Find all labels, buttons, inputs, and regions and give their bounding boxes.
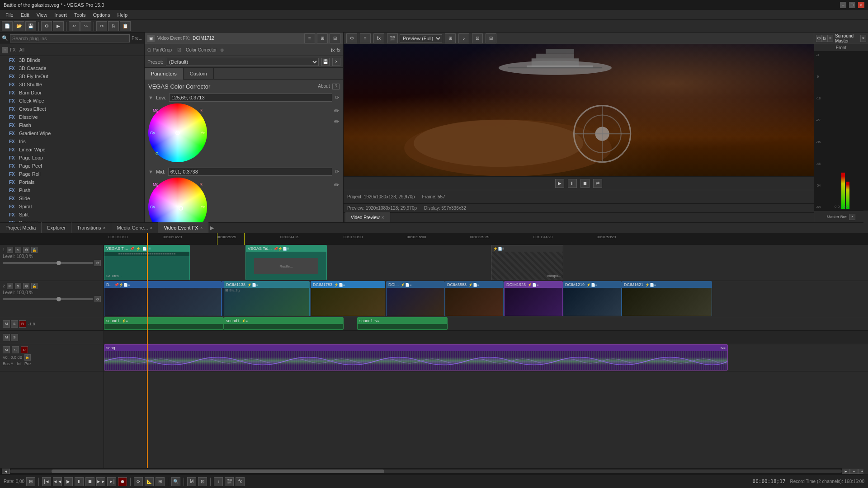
- low-reset-icon[interactable]: ⟳: [335, 94, 340, 101]
- clip-dcim1621[interactable]: DCIM1621 ⚡📄≡: [622, 281, 712, 316]
- tab-transitions[interactable]: Transitions ×: [71, 222, 111, 233]
- search-input[interactable]: [10, 34, 130, 42]
- mid-wheel-cursor[interactable]: [179, 206, 183, 211]
- list-item[interactable]: FXSlide: [0, 194, 144, 202]
- list-item[interactable]: FXPush: [0, 186, 144, 194]
- scrollbar-thumb[interactable]: [52, 469, 384, 473]
- save-btn[interactable]: 💾: [25, 21, 36, 31]
- prev-frame-btn[interactable]: ◄◄: [53, 477, 62, 486]
- song-fx-btn[interactable]: fx≡: [721, 346, 726, 350]
- ripple-btn[interactable]: ⊞: [156, 477, 165, 486]
- redo-btn[interactable]: ↪: [80, 21, 91, 31]
- minimize-btn[interactable]: –: [840, 2, 846, 8]
- list-item[interactable]: FXSpiral: [0, 202, 144, 211]
- eyedropper-1[interactable]: ✏: [334, 107, 340, 114]
- mixer-2-btn[interactable]: ⊡: [198, 477, 207, 486]
- mixer-1-btn[interactable]: M: [187, 477, 196, 486]
- clip-dcim1923[interactable]: DCIM1923 ⚡📄≡: [504, 281, 563, 316]
- clip-dcim1138[interactable]: DCIM1138 ⚡📄≡ ⊞ Bla 2g: [224, 281, 310, 316]
- menu-tools[interactable]: Tools: [71, 11, 90, 19]
- right-eq-btn[interactable]: ≡: [827, 35, 833, 42]
- song-rec-btn[interactable]: R: [21, 346, 28, 353]
- help-btn[interactable]: ?: [332, 84, 340, 89]
- tab-transitions-close[interactable]: ×: [103, 225, 106, 230]
- track-1-loop[interactable]: ⟳: [94, 260, 101, 266]
- list-item[interactable]: FXFlash: [0, 121, 144, 129]
- preview-view-btn[interactable]: ⊞: [445, 33, 456, 43]
- menu-view[interactable]: View: [33, 11, 51, 19]
- play-btn-main[interactable]: ▶: [64, 477, 73, 486]
- low-expand-icon[interactable]: ▼: [148, 95, 153, 100]
- scroll-left-btn[interactable]: ◄: [2, 469, 10, 474]
- audio-solo-btn[interactable]: S: [11, 320, 18, 328]
- preset-close-btn[interactable]: ×: [332, 58, 340, 66]
- settings-btn[interactable]: ⚙: [41, 21, 52, 31]
- pause-btn[interactable]: ⏸: [568, 179, 577, 188]
- track-2-loop[interactable]: ⟳: [94, 296, 101, 302]
- mid-expand-icon[interactable]: ▼: [148, 169, 153, 174]
- preview-ext-btn[interactable]: ⊟: [486, 33, 496, 43]
- list-item[interactable]: FXCross Effect: [0, 105, 144, 113]
- preview-fx-btn[interactable]: fx: [373, 33, 384, 43]
- track-2-mute[interactable]: M: [7, 283, 13, 289]
- loop-btn[interactable]: ⇌: [593, 179, 602, 188]
- list-item[interactable]: FX3D Blinds: [0, 56, 144, 64]
- tab-video-event-fx[interactable]: Video Event FX ×: [158, 222, 208, 233]
- preview-audio-btn[interactable]: ♪: [458, 33, 469, 43]
- audio-rec-btn[interactable]: R: [19, 320, 26, 328]
- next-frame-btn[interactable]: ►►: [96, 477, 105, 486]
- plugin-tab-expand[interactable]: +: [2, 47, 8, 53]
- all-tab[interactable]: All: [19, 47, 24, 52]
- menu-edit[interactable]: Edit: [17, 11, 33, 19]
- track-1-slider[interactable]: [3, 262, 93, 264]
- tab-media-generators-close[interactable]: ×: [150, 225, 153, 230]
- stop-btn-main[interactable]: ⏹: [85, 477, 94, 486]
- list-item[interactable]: FXGradient Wipe: [0, 129, 144, 137]
- low-color-wheel[interactable]: Mg R Ye G Cy: [148, 103, 207, 162]
- menu-insert[interactable]: Insert: [51, 11, 71, 19]
- go-start-btn[interactable]: |◄: [42, 477, 51, 486]
- audio-btn[interactable]: ♪: [214, 477, 223, 486]
- menu-options[interactable]: Options: [90, 11, 114, 19]
- track-2-lock[interactable]: 🔒: [31, 283, 38, 289]
- zoom-timeline-btn[interactable]: 🔍: [171, 477, 180, 486]
- song-mute-btn[interactable]: M: [3, 346, 10, 353]
- track-2-solo[interactable]: S: [15, 283, 21, 289]
- list-item[interactable]: FXPage Roll: [0, 170, 144, 178]
- master-bus-close-btn[interactable]: ×: [849, 214, 855, 220]
- low-value-input[interactable]: [169, 94, 332, 102]
- mid-color-wheel[interactable]: Mg R Ye G Cy: [148, 178, 207, 222]
- list-item[interactable]: FXPage Peel: [0, 162, 144, 170]
- clip-dcim1783[interactable]: DCIM1783 ⚡📄≡: [311, 281, 385, 316]
- play-btn[interactable]: ▶: [555, 179, 564, 188]
- mid-eyedropper-1[interactable]: ✏: [334, 181, 340, 188]
- preset-save-btn[interactable]: 💾: [321, 58, 330, 66]
- track-1-solo[interactable]: S: [15, 247, 21, 253]
- preview-settings-btn[interactable]: ⚙: [346, 33, 357, 43]
- track-1-mute[interactable]: M: [7, 247, 13, 253]
- timeline-playhead[interactable]: [147, 245, 148, 281]
- clip-sound1-a[interactable]: sound1 ⚡≡: [104, 317, 224, 330]
- audio-mute-btn[interactable]: M: [3, 320, 10, 328]
- list-item[interactable]: FXPage Loop: [0, 154, 144, 162]
- menu-help[interactable]: Help: [113, 11, 131, 19]
- stop-btn[interactable]: ⏹: [580, 179, 590, 188]
- clip-song[interactable]: song fx≡: [104, 344, 728, 371]
- scrollbar-track[interactable]: [10, 469, 842, 473]
- preview-calc-btn[interactable]: ≡: [360, 33, 371, 43]
- effects-btn[interactable]: fx: [236, 477, 245, 486]
- preview-monitor-btn[interactable]: ⊡: [472, 33, 483, 43]
- close-fx-icon[interactable]: ⊗: [220, 47, 224, 52]
- track-2-slider[interactable]: [3, 298, 93, 300]
- tab-video-preview[interactable]: Video Preview ×: [345, 212, 390, 223]
- clip-dcim1219[interactable]: DCIM1219 ⚡📄≡: [563, 281, 622, 316]
- right-close-btn[interactable]: ×: [860, 35, 866, 42]
- list-item[interactable]: FXDissolve: [0, 113, 144, 121]
- clip-dci[interactable]: DCI... ⚡📄≡: [386, 281, 445, 316]
- clip-empty-1[interactable]: ⚡📄≡ campo...: [491, 245, 563, 280]
- list-item[interactable]: FXSqueeze: [0, 219, 144, 222]
- pause-btn-main[interactable]: ⏸: [75, 477, 84, 486]
- clip-sound1-c[interactable]: sound1 fx≡: [357, 317, 448, 330]
- menu-file[interactable]: File: [2, 11, 17, 19]
- tracks-area[interactable]: VEGAS Ti... 📌 ⚡ 📄 ≡ Sc Titrd...: [104, 245, 868, 468]
